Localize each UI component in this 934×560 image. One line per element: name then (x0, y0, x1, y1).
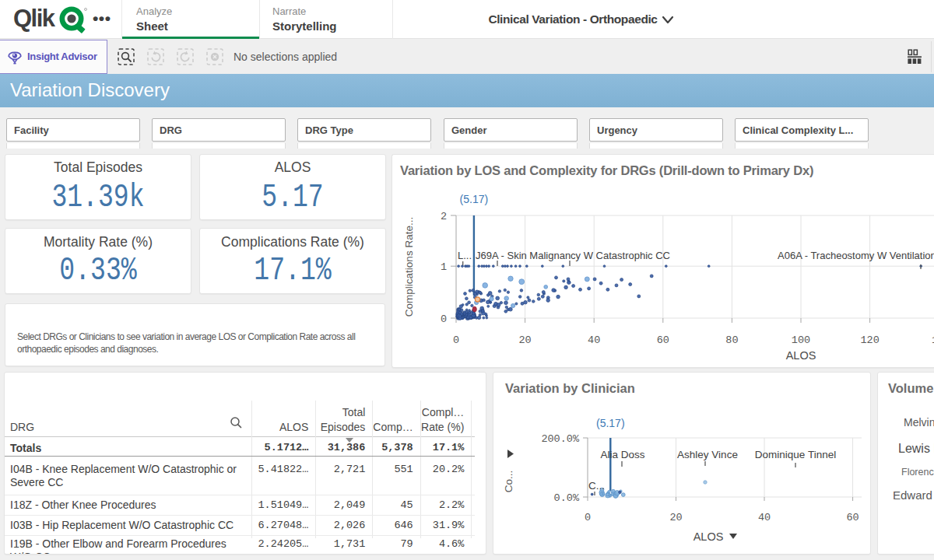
svg-text:Dominique Tinnel: Dominique Tinnel (755, 449, 836, 460)
svg-text:40: 40 (758, 512, 771, 523)
svg-text:120: 120 (860, 334, 879, 346)
svg-text:0: 0 (441, 313, 447, 325)
svg-text:2: 2 (441, 211, 447, 222)
svg-text:ALOS: ALOS (693, 530, 724, 543)
svg-text:Alia Doss: Alia Doss (600, 449, 644, 460)
svg-text:60: 60 (846, 512, 859, 523)
svg-text:0: 0 (453, 334, 459, 346)
svg-text:80: 80 (725, 334, 738, 346)
svg-text:Co...: Co... (503, 471, 514, 493)
svg-text:40: 40 (588, 334, 600, 346)
svg-text:20: 20 (518, 334, 531, 346)
svg-text:200.0%: 200.0% (541, 433, 580, 445)
svg-text:(5.17): (5.17) (460, 193, 489, 205)
svg-text:Complications Rate...: Complications Rate... (403, 217, 415, 317)
svg-text:C...: C... (588, 480, 605, 492)
svg-text:60: 60 (657, 334, 669, 346)
svg-text:J69A - Skin Malignancy W Catas: J69A - Skin Malignancy W Catastrophic CC (476, 250, 670, 261)
svg-text:0: 0 (585, 512, 591, 523)
svg-text:(5.17): (5.17) (596, 417, 625, 429)
svg-text:Ashley Vince: Ashley Vince (677, 449, 738, 460)
svg-text:ALOS: ALOS (786, 349, 816, 362)
svg-text:L...: L... (458, 250, 472, 261)
svg-text:1: 1 (441, 261, 447, 273)
svg-text:0.0%: 0.0% (554, 492, 580, 504)
svg-text:20: 20 (669, 512, 682, 523)
svg-text:100: 100 (792, 334, 810, 346)
svg-text:A06A - Tracheostomy W Ventilat: A06A - Tracheostomy W Ventilation (778, 250, 934, 261)
